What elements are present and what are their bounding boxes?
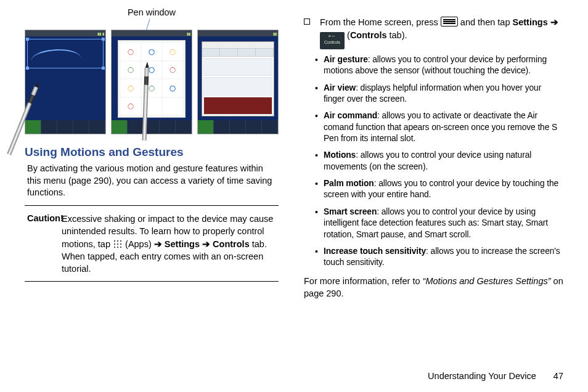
- messages-icon: [230, 120, 246, 134]
- address-bar: [202, 42, 274, 49]
- content-row: [203, 58, 272, 76]
- browser-content: [202, 57, 274, 116]
- resize-handle-icon: [26, 67, 29, 70]
- caption-text: Pen window: [128, 7, 176, 17]
- resize-handle-icon: [26, 38, 29, 41]
- internet-icon: [160, 120, 176, 134]
- cross-reference: For more information, refer to “Motions …: [304, 275, 563, 300]
- controls-icon-lines: ≡↔: [320, 33, 345, 39]
- controls-tab-icon: ≡↔ Controls: [320, 32, 345, 49]
- list-item: Smart screen: allows you to control your…: [315, 206, 563, 240]
- page-footer: Understanding Your Device 47: [428, 371, 563, 381]
- list-item: Air command: allows you to activate or d…: [315, 110, 563, 144]
- list-item: Air gesture: allows you to control your …: [315, 54, 563, 77]
- list-item: Increase touch sensitivity: allows you t…: [315, 246, 563, 269]
- apps-icon: [262, 120, 278, 134]
- app-icon: ◯: [142, 62, 161, 79]
- app-icon: ◯: [121, 43, 141, 60]
- list-item: Air view: displays helpful information w…: [315, 83, 563, 105]
- divider: [25, 205, 279, 206]
- caution-controls: Controls: [213, 239, 250, 249]
- app-icon: ◯: [142, 80, 161, 97]
- phone-screenshots-row: ▮▮ ▮: [25, 30, 279, 134]
- contacts-icon: [128, 120, 144, 134]
- right-column: From the Home screen, press and then tap…: [294, 12, 563, 380]
- lead-body: From the Home screen, press and then tap…: [320, 16, 563, 49]
- signal-icon: ▮▮: [97, 31, 101, 36]
- phone-screenshot-1: ▮▮ ▮: [25, 30, 106, 134]
- caution-body: Excessive shaking or impact to the devic…: [62, 213, 276, 275]
- caution-block: Caution! Excessive shaking or impact to …: [25, 212, 279, 276]
- phone-screenshot-3: ▮▮: [197, 30, 279, 134]
- app-picker-popup: ◯ ◯ ◯ ◯ ◯ ◯ ◯ ◯ ◯ ◯: [118, 40, 186, 118]
- messages-icon: [144, 120, 160, 134]
- phone-screenshot-2: ▮▮ ◯ ◯ ◯ ◯ ◯ ◯ ◯ ◯ ◯ ◯: [111, 30, 192, 134]
- app-icon: ◯: [163, 62, 182, 79]
- item-title: Air view: [324, 83, 356, 92]
- app-icon: [142, 98, 161, 115]
- lead-controls: Controls: [350, 30, 387, 40]
- pen-window-caption: Pen window: [25, 7, 279, 17]
- internet-icon: [73, 120, 89, 134]
- pen-window-region: [27, 39, 104, 68]
- item-title: Air command: [324, 111, 377, 120]
- caution-apps-label: (Apps): [125, 239, 152, 249]
- phone-icon: [25, 120, 41, 134]
- lead-mid: and then tap: [460, 17, 513, 27]
- resize-handle-icon: [102, 38, 105, 41]
- phone-icon: [198, 120, 214, 134]
- lead-instruction: From the Home screen, press and then tap…: [300, 16, 563, 49]
- item-title: Increase touch sensitivity: [324, 247, 426, 256]
- phone-nav-bar: [25, 120, 105, 134]
- app-icon: ◯: [163, 43, 182, 60]
- app-icon: ◯: [121, 62, 141, 79]
- phone-nav-bar: [112, 120, 192, 134]
- status-bar: ▮▮: [198, 30, 278, 36]
- resize-handle-icon: [102, 67, 105, 70]
- item-title: Air gesture: [324, 55, 368, 64]
- app-icon: ◯: [121, 98, 141, 115]
- list-item: Motions: allows you to control your devi…: [315, 150, 563, 173]
- signal-icon: ▮▮: [273, 31, 277, 36]
- apps-grid-icon: [113, 239, 123, 249]
- arrow-icon: ➔: [202, 239, 213, 249]
- phone-nav-bar: [198, 120, 278, 134]
- divider: [25, 281, 279, 282]
- feature-list: Air gesture: allows you to control your …: [315, 54, 563, 269]
- controls-chip-label: Controls: [324, 40, 340, 44]
- arrow-icon: ➔: [550, 17, 558, 27]
- caution-label: Caution!: [27, 213, 63, 223]
- content-row: [203, 77, 272, 95]
- status-bar: ▮▮: [112, 30, 192, 36]
- item-title: Smart screen: [324, 207, 377, 216]
- browser-toolbar: [202, 49, 274, 57]
- app-icon: ◯: [142, 43, 161, 60]
- item-desc: : displays helpful information when you …: [324, 83, 541, 104]
- list-item: Palm motion: allows you to control your …: [315, 178, 563, 201]
- status-bar: ▮▮ ▮: [25, 30, 105, 36]
- menu-key-icon: [441, 17, 458, 27]
- footer-section: Understanding Your Device: [428, 371, 536, 381]
- page-number: 47: [553, 371, 563, 381]
- item-title: Palm motion: [324, 179, 374, 188]
- lead-settings: Settings: [513, 17, 548, 27]
- item-title: Motions: [324, 150, 356, 160]
- phone-icon: [112, 120, 128, 134]
- app-icon: [163, 98, 182, 115]
- intro-paragraph: By activating the various motion and ges…: [25, 163, 279, 199]
- internet-icon: [246, 120, 262, 134]
- section-heading: Using Motions and Gestures: [25, 145, 279, 159]
- ref-title: “Motions and Gestures Settings”: [423, 276, 551, 286]
- ref-pre: For more information, refer to: [304, 276, 423, 286]
- square-bullet-icon: [304, 18, 310, 25]
- left-column: Pen window ▮▮ ▮: [25, 12, 294, 380]
- manual-page: Pen window ▮▮ ▮: [0, 0, 588, 392]
- contacts-icon: [41, 120, 57, 134]
- caution-settings: Settings: [165, 239, 200, 249]
- messages-icon: [57, 120, 73, 134]
- apps-icon: [176, 120, 192, 134]
- lead-pre: From the Home screen, press: [320, 17, 441, 27]
- app-icon: ◯: [163, 80, 182, 97]
- scribble-path: [31, 48, 81, 70]
- lead-post-close: tab).: [386, 30, 407, 40]
